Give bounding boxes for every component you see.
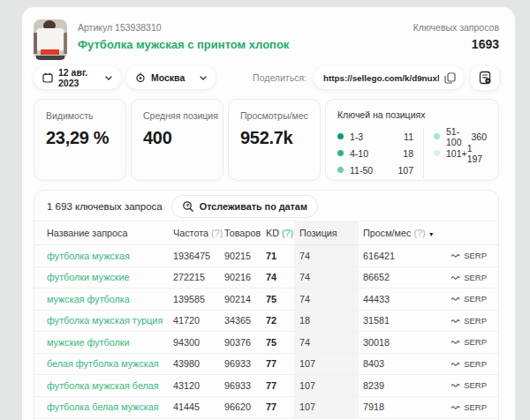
frequency-cell: 43120 [173,380,224,391]
keyword-link[interactable]: футболка белая мужская [34,401,173,412]
help-icon[interactable]: (?) [413,228,425,238]
table-row[interactable]: мужские футболки 94300 90376 75 74 30018… [34,332,498,354]
table-row[interactable]: футболка белая мужская 41445 96620 77 10… [34,397,498,419]
location-selector[interactable]: Москва [126,66,216,89]
stats-row: Видимость 23,29 % Средняя позиция 400 Пр… [34,99,499,181]
col-header-query-name[interactable]: Название запроса [34,228,173,238]
table-row[interactable]: мужская футболка 139585 90214 75 74 4443… [34,289,498,311]
serp-link[interactable]: SERP [451,337,498,347]
views-cell: 86652 [359,272,451,282]
frequency-cell: 41445 [173,401,224,412]
keyword-link[interactable]: футболка мужская [34,251,173,261]
table-row[interactable]: футболка мужская белая 43120 96933 77 10… [34,375,498,397]
keywords-table-card: 1 693 ключевых запроса Отслеживать по да… [34,190,499,420]
track-by-dates-label: Отслеживать по датам [200,201,307,212]
table-toolbar: 1 693 ключевых запроса Отслеживать по да… [34,191,498,221]
position-range-item: 101+ 1 197 [434,145,487,161]
table-header-row: Название запроса Частота (?) Товаров KD … [34,221,498,245]
copy-icon[interactable] [444,72,456,84]
range-label: 11-50 [350,165,373,176]
serp-link[interactable]: SERP [451,359,498,369]
table-row[interactable]: футболка мужская 1936475 90215 71 74 616… [34,245,498,267]
track-history-icon [182,200,194,213]
serp-chart-icon [451,404,460,410]
range-label: 4-10 [350,148,368,159]
stat-value: 400 [143,128,223,148]
position-cell: 74 [294,332,359,353]
keyword-link[interactable]: мужские футболки [34,337,173,348]
col-header-kd[interactable]: KD (?) [266,228,294,238]
range-count: 360 [471,131,487,142]
serp-link[interactable]: SERP [451,380,498,390]
serp-link[interactable]: SERP [451,251,498,260]
frequency-cell: 1936475 [173,251,224,261]
share-label: Поделиться: [253,72,307,83]
kd-cell: 75 [266,337,294,348]
products-cell: 96620 [224,401,266,412]
table-row[interactable]: белая футболка мужская 43980 96933 77 10… [34,354,498,376]
calendar-icon [42,72,53,83]
keyword-link[interactable]: футболки мужские [34,272,173,282]
export-report-button[interactable] [471,66,499,90]
frequency-cell: 43980 [173,358,224,369]
share-url-value[interactable]: https://sellego.com/k/d9nuxlebgr/ [323,73,439,83]
range-dot-icon [434,133,440,139]
serp-chart-icon [451,252,460,259]
location-pin-icon [135,72,146,83]
views-cell: 616421 [359,251,451,261]
article-number: Артикул 153938310 [78,22,289,33]
keyword-link[interactable]: мужская футболка [34,294,173,304]
table-row[interactable]: футболка мужская турция 41720 34365 72 1… [34,311,498,333]
product-thumbnail[interactable] [34,19,67,60]
products-cell: 90216 [224,272,266,282]
frequency-cell: 272215 [173,272,224,282]
position-cell: 107 [294,354,359,375]
serp-link[interactable]: SERP [451,294,498,304]
col-header-products[interactable]: Товаров [224,228,266,238]
products-cell: 34365 [224,315,266,326]
controls-row: 12 авг. 2023 Москва Поделиться: https://… [34,66,499,89]
help-icon[interactable]: (?) [211,228,223,238]
keyword-link[interactable]: белая футболка мужская [34,358,173,369]
serp-link[interactable]: SERP [451,316,498,326]
col-header-frequency[interactable]: Частота (?) [173,228,224,238]
kd-cell: 71 [266,251,294,261]
products-cell: 90376 [224,337,266,348]
share-url-field[interactable]: https://sellego.com/k/d9nuxlebgr/ [314,66,464,89]
date-picker[interactable]: 12 авг. 2023 [34,66,121,89]
serp-chart-icon [451,382,460,388]
help-icon[interactable]: (?) [282,228,293,238]
sort-desc-icon[interactable]: ▼ [428,231,435,237]
product-title-link[interactable]: Футболка мужская с принтом хлопок [78,38,289,51]
keys-by-position-title: Ключей на позициях [337,109,487,120]
products-cell: 90215 [224,251,266,261]
stat-views-per-month: Просмотры/мес 952.7k [228,99,321,181]
views-cell: 8239 [359,380,451,391]
kd-cell: 75 [266,294,294,304]
views-cell: 7918 [359,401,451,412]
range-count: 107 [398,165,413,176]
keyword-link[interactable]: футболка мужская белая [34,380,173,391]
range-dot-icon [337,167,344,173]
position-cell: 74 [294,245,359,266]
serp-chart-icon [451,361,460,367]
keywords-count-summary: 1 693 ключевых запроса [47,201,163,212]
position-cell: 107 [294,397,359,418]
serp-chart-icon [451,296,460,302]
product-keywords-panel: Артикул 153938310 Футболка мужская с при… [22,7,515,420]
products-cell: 96933 [224,358,266,369]
track-by-dates-button[interactable]: Отслеживать по датам [171,195,318,218]
range-dot-icon [434,150,440,156]
range-label: 101+ [446,148,467,159]
keyword-link[interactable]: футболка мужская турция [34,315,173,326]
position-range-item: 11-50 107 [337,161,413,178]
col-header-views[interactable]: Просм/мес (?)▼ [359,228,451,238]
frequency-cell: 139585 [173,294,224,304]
stat-average-position: Средняя позиция 400 [131,99,223,181]
serp-link[interactable]: SERP [451,402,498,412]
col-header-position[interactable]: Позиция [294,221,359,244]
serp-link[interactable]: SERP [451,273,498,282]
range-dot-icon [337,150,344,156]
position-cell: 18 [294,311,359,332]
table-row[interactable]: футболки мужские 272215 90216 74 74 8665… [34,267,498,289]
